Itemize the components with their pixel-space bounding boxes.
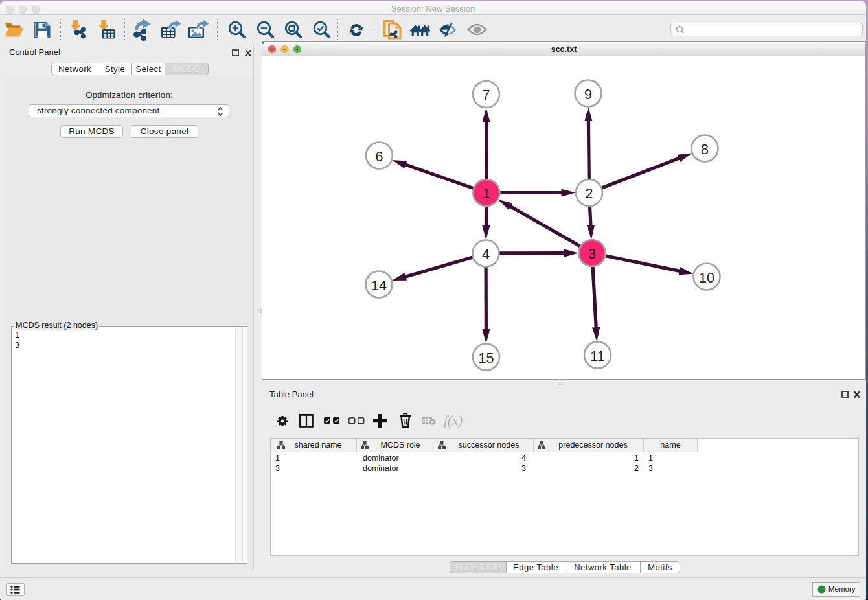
svg-text:7: 7 [483, 87, 490, 103]
svg-text:8: 8 [701, 142, 709, 157]
svg-text:11: 11 [590, 349, 604, 364]
svg-text:10: 10 [699, 270, 714, 286]
svg-text:9: 9 [584, 87, 592, 102]
svg-text:4: 4 [482, 247, 490, 262]
svg-text:15: 15 [479, 351, 494, 366]
svg-text:2: 2 [586, 186, 593, 202]
svg-text:6: 6 [376, 149, 383, 165]
svg-text:14: 14 [371, 278, 387, 294]
svg-text:3: 3 [588, 246, 596, 262]
svg-text:f(x): f(x) [444, 413, 463, 428]
svg-text:1: 1 [483, 186, 490, 202]
